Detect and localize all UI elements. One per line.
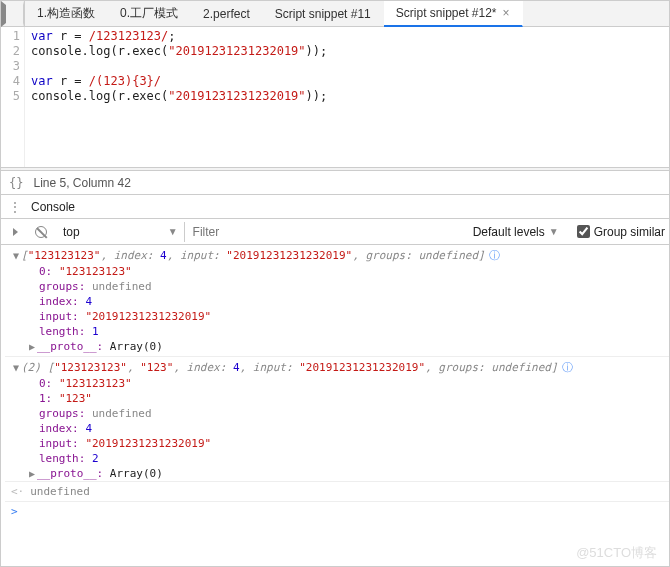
tab-0[interactable]: 1.构造函数 bbox=[25, 1, 108, 27]
clear-icon bbox=[35, 226, 47, 238]
expand-toggle[interactable] bbox=[27, 466, 37, 481]
run-snippet-button[interactable] bbox=[1, 1, 25, 27]
prop-row: groups: undefined bbox=[5, 279, 669, 294]
prop-row: input: "20191231231232019" bbox=[5, 309, 669, 324]
prop-row: index: 4 bbox=[5, 421, 669, 436]
tab-4[interactable]: Script snippet #12*× bbox=[384, 1, 523, 27]
tab-1[interactable]: 0.工厂模式 bbox=[108, 1, 191, 27]
group-checkbox[interactable] bbox=[577, 225, 590, 238]
return-value-row: <·undefined bbox=[5, 481, 669, 501]
group-label: Group similar bbox=[594, 225, 665, 239]
prop-row: input: "20191231231232019" bbox=[5, 436, 669, 451]
prop-row: index: 4 bbox=[5, 294, 669, 309]
execute-button[interactable] bbox=[5, 222, 25, 242]
console-prompt[interactable]: > bbox=[5, 501, 669, 521]
prop-row: length: 2 bbox=[5, 451, 669, 466]
console-toolbar: top▼ Default levels▼ Group similar bbox=[1, 219, 669, 245]
pretty-print-icon[interactable]: {} bbox=[9, 176, 23, 190]
snippet-tabs: 1.构造函数 0.工厂模式 2.perfect Script snippet #… bbox=[1, 1, 669, 27]
prop-row: 0: "123123123" bbox=[5, 264, 669, 279]
log-levels-selector[interactable]: Default levels▼ bbox=[473, 225, 567, 239]
tab-label: 1.构造函数 bbox=[37, 5, 95, 22]
code-area[interactable]: var r = /123123123/; console.log(r.exec(… bbox=[25, 27, 669, 167]
play-icon bbox=[1, 1, 24, 27]
proto-row[interactable]: __proto__: Array(0) bbox=[5, 339, 669, 354]
prop-row: 0: "123123123" bbox=[5, 376, 669, 391]
prompt-icon: > bbox=[11, 504, 18, 519]
watermark: @51CTO博客 bbox=[576, 544, 657, 562]
context-selector[interactable]: top▼ bbox=[57, 222, 185, 242]
filter-box[interactable] bbox=[191, 223, 371, 241]
filter-input[interactable] bbox=[191, 223, 371, 241]
status-bar: {} Line 5, Column 42 bbox=[1, 171, 669, 195]
chevron-down-icon: ▼ bbox=[168, 226, 178, 237]
array-summary: ["123123123", index: 4, input: "20191231… bbox=[21, 248, 485, 263]
tab-label: 2.perfect bbox=[203, 7, 250, 21]
play-icon bbox=[13, 228, 18, 236]
clear-console-button[interactable] bbox=[31, 222, 51, 242]
tab-3[interactable]: Script snippet #11 bbox=[263, 1, 384, 27]
prop-row: groups: undefined bbox=[5, 406, 669, 421]
code-editor[interactable]: 12345 var r = /123123123/; console.log(r… bbox=[1, 27, 669, 167]
tab-label: Script snippet #11 bbox=[275, 7, 371, 21]
expand-toggle[interactable] bbox=[11, 360, 21, 375]
expand-toggle[interactable] bbox=[27, 339, 37, 354]
group-similar-toggle[interactable]: Group similar bbox=[573, 225, 665, 239]
return-arrow-icon: <· bbox=[11, 484, 24, 499]
prop-row: length: 1 bbox=[5, 324, 669, 339]
tab-label: 0.工厂模式 bbox=[120, 5, 178, 22]
line-gutter: 12345 bbox=[1, 27, 25, 167]
log-entry[interactable]: ["123123123", index: 4, input: "20191231… bbox=[5, 247, 669, 264]
drawer-tab-console[interactable]: Console bbox=[31, 200, 75, 214]
drawer-header: ⋮ Console bbox=[1, 195, 669, 219]
kebab-icon[interactable]: ⋮ bbox=[9, 200, 21, 214]
proto-row[interactable]: __proto__: Array(0) bbox=[5, 466, 669, 481]
tab-2[interactable]: 2.perfect bbox=[191, 1, 263, 27]
prop-row: 1: "123" bbox=[5, 391, 669, 406]
log-entry[interactable]: (2) ["123123123", "123", index: 4, input… bbox=[5, 359, 669, 376]
console-output: ["123123123", index: 4, input: "20191231… bbox=[1, 245, 669, 531]
levels-label: Default levels bbox=[473, 225, 545, 239]
tab-label: Script snippet #12* bbox=[396, 6, 497, 20]
close-icon[interactable]: × bbox=[503, 6, 510, 20]
expand-toggle[interactable] bbox=[11, 248, 21, 263]
context-label: top bbox=[63, 225, 80, 239]
info-icon[interactable]: ⓘ bbox=[562, 360, 573, 375]
info-icon[interactable]: ⓘ bbox=[489, 248, 500, 263]
chevron-down-icon: ▼ bbox=[549, 226, 559, 237]
array-summary: (2) ["123123123", "123", index: 4, input… bbox=[21, 360, 558, 375]
cursor-position: Line 5, Column 42 bbox=[33, 176, 130, 190]
